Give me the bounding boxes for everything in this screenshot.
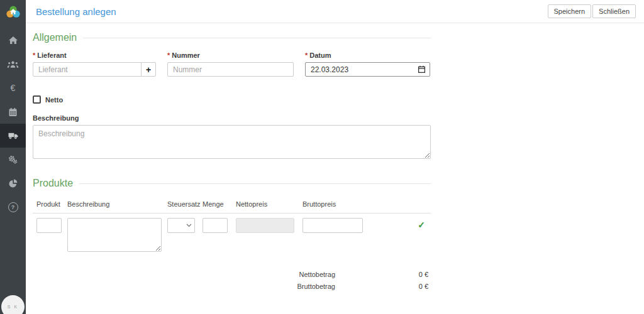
datum-input-wrap (305, 62, 430, 77)
lieferant-input-group: + (33, 62, 156, 77)
section-rule (83, 38, 431, 38)
app-logo[interactable] (0, 0, 26, 23)
required-marker: * (305, 51, 308, 59)
nettopreis-input (236, 218, 294, 233)
datepicker-calendar-icon[interactable] (418, 65, 426, 73)
sidebar-item-orders[interactable] (0, 124, 26, 148)
table-header-divider (33, 213, 431, 214)
beschreibung-textarea[interactable] (33, 125, 431, 159)
add-lieferant-button[interactable]: + (141, 62, 156, 77)
field-lieferant: *Lieferant + (33, 51, 156, 77)
datum-input[interactable] (305, 62, 430, 77)
user-avatar[interactable]: S K (1, 295, 25, 314)
pie-chart-icon (8, 178, 18, 188)
section-produkte-title: Produkte (33, 178, 73, 189)
nettobetrag-label: Nettobetrag (299, 271, 335, 278)
col-steuersatz: Steuersatz (167, 200, 195, 208)
bruttobetrag-row: Bruttobetrag 0 € (33, 280, 431, 292)
sidebar: € (0, 0, 26, 314)
produkt-beschreibung-textarea[interactable] (67, 218, 162, 252)
menge-input[interactable] (203, 218, 228, 233)
allgemein-fields: *Lieferant + *Nummer *Datum (33, 51, 431, 77)
sidebar-item-home[interactable] (0, 28, 26, 52)
netto-label: Netto (45, 96, 63, 104)
product-row: ✓ (33, 218, 431, 252)
bruttobetrag-value: 0 € (335, 283, 431, 290)
confirm-row-check-icon[interactable]: ✓ (418, 220, 425, 229)
sidebar-item-calendar[interactable] (0, 100, 26, 124)
nettobetrag-row: Nettobetrag 0 € (33, 268, 431, 280)
sidebar-item-help[interactable]: ? (0, 195, 26, 219)
sidebar-nav: € (0, 23, 26, 219)
totals: Nettobetrag 0 € Bruttobetrag 0 € (33, 268, 431, 292)
beschreibung-label: Beschreibung (33, 114, 431, 122)
field-datum: *Datum (305, 51, 430, 77)
required-marker: * (33, 51, 35, 59)
datum-label: *Datum (305, 51, 430, 59)
page-title: Bestellung anlegen (36, 6, 116, 17)
lieferant-label: *Lieferant (33, 51, 156, 59)
sidebar-item-statistics[interactable] (0, 171, 26, 195)
save-button[interactable]: Speichern (548, 4, 592, 18)
netto-checkbox[interactable] (33, 95, 41, 104)
steuersatz-select[interactable] (167, 218, 195, 233)
page-header: Bestellung anlegen Speichern Schließen (26, 0, 644, 23)
sidebar-item-finance[interactable]: € (0, 76, 26, 100)
gears-icon (8, 154, 18, 165)
col-bruttopreis: Bruttopreis (303, 200, 363, 208)
product-table-header: Produkt Beschreibung Steuersatz Menge Ne… (33, 200, 431, 208)
users-icon (7, 60, 19, 68)
logo-circles-house-icon (6, 5, 21, 19)
header-buttons: Speichern Schließen (548, 4, 636, 18)
sidebar-item-contacts[interactable] (0, 52, 26, 76)
section-produkte-header: Produkte (33, 178, 431, 189)
home-icon (8, 36, 18, 45)
col-beschreibung: Beschreibung (67, 200, 162, 208)
section-rule (79, 183, 431, 184)
netto-checkbox-row: Netto (33, 95, 431, 104)
produkt-input[interactable] (36, 218, 62, 233)
col-nettopreis: Nettopreis (236, 200, 294, 208)
col-produkt: Produkt (36, 200, 62, 208)
plus-icon: + (146, 65, 151, 75)
section-allgemein-title: Allgemein (33, 32, 77, 43)
avatar-initials: S K (8, 305, 18, 309)
field-nummer: *Nummer (167, 51, 294, 77)
nummer-input[interactable] (167, 62, 294, 77)
form-content: Allgemein *Lieferant + *Nummer (33, 23, 431, 292)
calendar-icon (8, 107, 18, 117)
nettobetrag-value: 0 € (335, 271, 431, 278)
required-marker: * (167, 51, 170, 59)
nummer-label: *Nummer (167, 51, 294, 59)
col-menge: Menge (203, 200, 228, 208)
help-icon: ? (8, 202, 18, 212)
lieferant-input[interactable] (33, 62, 142, 77)
section-allgemein-header: Allgemein (33, 32, 431, 43)
steuersatz-select-wrap (167, 218, 195, 233)
bruttopreis-input[interactable] (303, 218, 363, 233)
euro-icon: € (11, 84, 16, 92)
app-window: € (0, 0, 644, 314)
sidebar-item-settings[interactable] (0, 148, 26, 171)
bruttobetrag-label: Bruttobetrag (297, 283, 335, 290)
close-button[interactable]: Schließen (592, 4, 636, 18)
truck-icon (8, 131, 19, 140)
